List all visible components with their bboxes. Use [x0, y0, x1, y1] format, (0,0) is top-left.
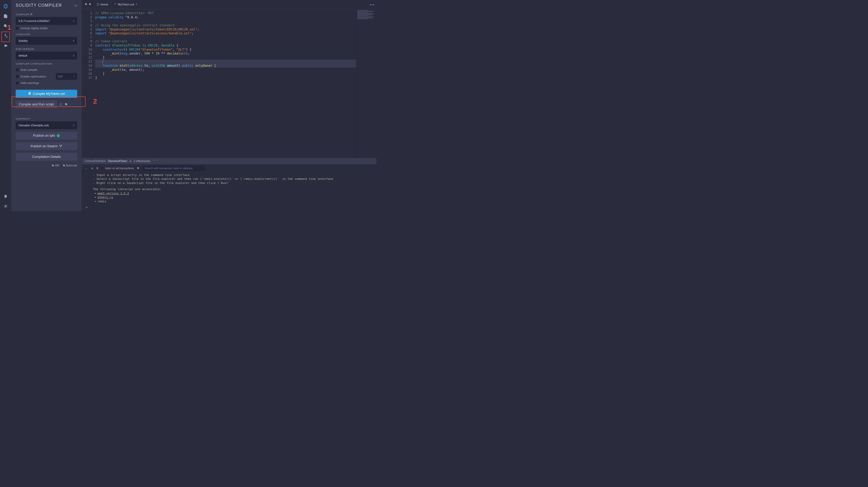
code-content[interactable]: // SPDX-License-Identifier: MITpragma so… [95, 9, 356, 158]
terminal-output[interactable]: - Input a script directly in the command… [82, 172, 376, 205]
solidity-file-icon [114, 3, 117, 6]
language-select[interactable]: Solidity ▲▼ [16, 37, 77, 45]
svg-rect-10 [52, 165, 53, 166]
zoom-in-icon[interactable] [89, 3, 91, 6]
publish-swarm-button[interactable]: Publish on Swarm [16, 142, 77, 150]
panel-collapse-icon[interactable]: ▭ [74, 4, 77, 7]
bytecode-copy[interactable]: Bytecode [63, 164, 77, 167]
svg-point-3 [5, 206, 6, 207]
external-link-icon[interactable]: 🡵 [30, 13, 32, 16]
references-bar: ContractDefinition OlanetsoftToken ➦ 1 r… [82, 158, 376, 164]
panel-title: SOLIDITY COMPILER [16, 3, 62, 8]
file-explorer-icon[interactable] [2, 12, 9, 20]
compiler-icon[interactable] [2, 32, 9, 40]
remix-logo-icon[interactable] [2, 2, 9, 10]
chevron-up-icon[interactable]: ˄ [152, 159, 154, 162]
evm-version-label: EVM VERSION [16, 48, 77, 50]
plugin-manager-icon[interactable] [2, 192, 9, 200]
search-icon[interactable] [2, 22, 9, 30]
svg-point-15 [137, 168, 138, 169]
code-editor[interactable]: 1234567891011121314151617 // SPDX-Licens… [82, 9, 376, 158]
close-icon[interactable]: ✕ [135, 3, 137, 6]
tab-mytoken[interactable]: MyToken.sol ✕ [112, 1, 140, 8]
hide-warnings-checkbox[interactable]: Hide warnings [16, 81, 77, 85]
compiler-version-select[interactable]: 0.8.7+commit.e28d00a7 ▲▼ [16, 17, 77, 25]
terminal-prompt[interactable]: > [82, 205, 376, 211]
terminal-search-input[interactable]: Search with transaction hash or address [142, 165, 205, 171]
settings-icon[interactable] [2, 202, 9, 210]
editor-tabs: Home MyToken.sol ✕ ⟷ [82, 0, 376, 9]
chevron-down-icon[interactable]: ˅ [156, 159, 157, 162]
copy-icon[interactable] [65, 103, 67, 106]
icon-rail [0, 0, 11, 211]
zoom-out-icon[interactable] [85, 3, 88, 6]
solidity-compiler-panel: SOLIDITY COMPILER ▭ COMPILER 🡵 0.8.7+com… [11, 0, 82, 211]
ipfs-icon [57, 134, 60, 137]
svg-point-7 [61, 145, 62, 146]
compiler-label: COMPILER 🡵 [16, 13, 77, 16]
auto-compile-checkbox[interactable]: Auto compile [16, 68, 77, 71]
language-label: LANGUAGE [16, 33, 77, 36]
terminal-panel: ⌄ ⊘ 0 listen on all transactions Search … [82, 164, 376, 211]
svg-point-6 [60, 145, 60, 146]
tab-home[interactable]: Home [94, 1, 111, 8]
compile-button[interactable]: Compile MyToken.sol [16, 90, 77, 98]
main-column: Home MyToken.sol ✕ ⟷ 1234567891011121314… [82, 0, 376, 211]
contract-label: CONTRACT [16, 117, 77, 120]
include-nightly-checkbox[interactable]: Include nightly builds [16, 26, 77, 30]
pending-tx-count: 0 [97, 166, 98, 170]
svg-rect-5 [65, 103, 66, 104]
optimization-runs-input[interactable]: 200 ▲▼ [56, 73, 77, 80]
terminal-collapse-icon[interactable]: ⌄ [85, 166, 88, 170]
terminal-search-icon[interactable] [136, 166, 140, 170]
deploy-icon[interactable] [2, 41, 9, 50]
svg-rect-12 [63, 165, 64, 166]
terminal-clear-icon[interactable]: ⊘ [90, 166, 94, 170]
compile-and-run-button[interactable]: Compile and Run script [16, 100, 57, 108]
swarm-icon [59, 144, 62, 148]
evm-version-select[interactable]: default ▲▼ [16, 52, 77, 59]
listen-all-tx-checkbox[interactable]: listen on all transactions [100, 166, 134, 170]
line-gutter: 1234567891011121314151617 [82, 9, 95, 158]
abi-copy[interactable]: ABI [52, 164, 59, 167]
svg-point-0 [4, 5, 7, 7]
home-icon [97, 3, 99, 6]
info-icon[interactable]: ⓘ [59, 102, 62, 106]
contract-select[interactable]: Ownable (Ownable.sol) ▲▼ [16, 121, 77, 129]
compilation-details-button[interactable]: Compilation Details [16, 153, 77, 161]
compile-refresh-icon [28, 92, 31, 96]
jump-to-icon[interactable]: ➦ [129, 159, 131, 162]
enable-optimization-checkbox[interactable]: Enable optimization [16, 75, 46, 78]
compiler-config-label: COMPILER CONFIGURATION [16, 63, 77, 65]
publish-ipfs-button[interactable]: Publish on Ipfs [16, 131, 77, 140]
svg-point-1 [4, 25, 6, 27]
minimap[interactable] [356, 9, 376, 158]
expand-horizontal-icon[interactable]: ⟷ [367, 3, 376, 6]
svg-point-8 [60, 146, 61, 147]
